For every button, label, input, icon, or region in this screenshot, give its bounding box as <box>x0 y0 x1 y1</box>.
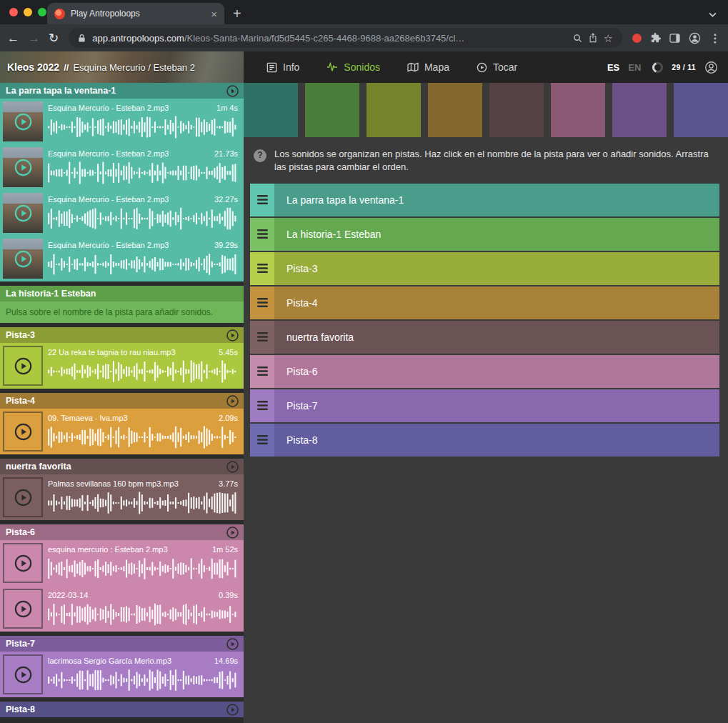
track-play-button[interactable] <box>226 637 239 651</box>
drag-handle[interactable] <box>250 424 274 457</box>
drag-handle[interactable] <box>250 286 274 319</box>
track-row[interactable]: La parra tapa la ventana-1 <box>250 184 719 216</box>
share-icon[interactable] <box>589 33 597 43</box>
clip-name: esquina mercurio : Esteban 2.mp3 <box>48 545 168 554</box>
clip-meta: esquina mercurio : Esteban 2.mp31m 52s <box>48 545 238 554</box>
drag-handle[interactable] <box>250 252 274 285</box>
zoom-window-button[interactable] <box>38 8 46 16</box>
browser-tab[interactable]: Play Antropoloops × <box>47 3 224 24</box>
lock-icon[interactable] <box>78 34 86 43</box>
sidebar-track-header[interactable]: nuertra favorita <box>0 459 244 474</box>
language-es-button[interactable]: ES <box>607 62 619 73</box>
clip-play-square[interactable] <box>3 589 43 629</box>
track-row[interactable]: Pista-7 <box>250 389 719 422</box>
track-row[interactable]: nuertra favorita <box>250 321 719 354</box>
sidebar-track-header[interactable]: Pista-6 <box>0 524 244 540</box>
sound-clip[interactable]: 09. Temaeva - Iva.mp32.09s <box>0 409 244 454</box>
tab-mapa[interactable]: Mapa <box>407 61 449 73</box>
track-play-button[interactable] <box>226 703 239 717</box>
clip-thumbnail[interactable] <box>3 147 43 187</box>
sound-clip[interactable]: Esquina Mercurio - Esteban 2.mp31m 4s <box>0 99 244 144</box>
sidebar-track-header[interactable]: La parra tapa la ventana-1 <box>0 83 244 99</box>
sound-clip[interactable]: Esquina Mercurio - Esteban 2.mp321.73s <box>0 144 244 190</box>
track-play-button[interactable] <box>226 526 239 539</box>
track-row[interactable]: La historia-1 Esteban <box>250 218 719 251</box>
language-en-button[interactable]: EN <box>628 62 641 73</box>
tab-info[interactable]: Info <box>266 61 299 73</box>
reload-button[interactable]: ↻ <box>49 32 59 44</box>
track-play-button[interactable] <box>226 460 239 474</box>
track-row[interactable]: Pista-4 <box>250 286 719 319</box>
sound-clip[interactable]: lacrimosa Sergio García Merlo.mp314.69s <box>0 652 244 697</box>
url-text[interactable]: app.antropoloops.com/Kleos-Santa-Marina/… <box>92 33 566 44</box>
side-panel-icon[interactable] <box>669 34 680 43</box>
track-play-button[interactable] <box>226 329 239 342</box>
play-circle-icon <box>477 62 487 73</box>
tab-search-chevron-icon[interactable] <box>709 12 717 17</box>
sidebar-track-header[interactable]: Pista-7 <box>0 636 244 652</box>
bookmark-star-icon[interactable]: ☆ <box>604 33 613 44</box>
back-button[interactable]: ← <box>7 32 19 44</box>
browser-tab-strip: Play Antropoloops × + <box>0 0 728 24</box>
clip-play-square[interactable] <box>3 654 43 694</box>
track-color-swatch[interactable] <box>551 83 605 137</box>
sound-clip[interactable]: Esquina Mercurio - Esteban 2.mp332.27s <box>0 190 244 236</box>
sidebar-track-header[interactable]: Pista-4 <box>0 393 244 409</box>
tab-sonidos[interactable]: Sonidos <box>326 61 380 73</box>
track-color-swatch[interactable] <box>489 83 544 137</box>
track-play-button[interactable] <box>226 84 239 98</box>
sound-clip[interactable]: Palmas sevillanas 160 bpm mp3.mp33.77s <box>0 474 244 520</box>
close-window-button[interactable] <box>9 8 18 16</box>
track-color-swatch[interactable] <box>428 83 482 137</box>
project-title-banner[interactable]: Kleos 2022//Esquina Mercurio / Esteban 2 <box>0 51 244 83</box>
sidebar-track-header[interactable]: Pista-8 <box>0 702 244 717</box>
track-color-swatch[interactable] <box>367 83 421 137</box>
track-row[interactable]: Pista-6 <box>250 355 719 388</box>
track-list: La parra tapa la ventana-1La historia-1 … <box>250 184 719 457</box>
drag-handle[interactable] <box>250 184 274 216</box>
track-color-swatch[interactable] <box>674 83 728 137</box>
drag-handle[interactable] <box>250 218 274 251</box>
info-icon <box>266 62 277 73</box>
extensions-puzzle-icon[interactable] <box>650 33 661 44</box>
sound-clip[interactable]: 2022-03-140.39s <box>0 586 244 632</box>
clip-play-square[interactable] <box>3 477 43 517</box>
sidebar-track: nuertra favoritaPalmas sevillanas 160 bp… <box>0 459 244 520</box>
address-bar[interactable]: app.antropoloops.com/Kleos-Santa-Marina/… <box>69 28 622 48</box>
sidebar-track-header[interactable]: Pista-3 <box>0 327 244 343</box>
track-name: Pista-8 <box>6 704 226 714</box>
page-title: Kleos 2022//Esquina Mercurio / Esteban 2 <box>7 61 195 73</box>
track-color-swatch[interactable] <box>244 83 298 137</box>
sound-clip[interactable]: Esquina Mercurio - Esteban 2.mp339.29s <box>0 236 244 281</box>
sound-clip[interactable]: 22 Ua reka te tagnia to rau niau.mp35.45… <box>0 343 244 389</box>
drag-handle[interactable] <box>250 321 274 354</box>
tab-tocar-label: Tocar <box>493 61 517 73</box>
account-icon[interactable] <box>704 61 718 74</box>
drag-handle[interactable] <box>250 389 274 422</box>
drag-handle[interactable] <box>250 355 274 388</box>
track-color-swatch[interactable] <box>305 83 359 137</box>
sidebar-track-header[interactable]: La historia-1 Esteban <box>0 286 244 301</box>
minimize-window-button[interactable] <box>24 8 32 16</box>
drag-icon <box>257 435 268 444</box>
tab-close-icon[interactable]: × <box>211 9 217 19</box>
recording-extension-icon[interactable] <box>632 34 642 43</box>
forward-button[interactable]: → <box>28 32 40 44</box>
new-tab-button[interactable]: + <box>233 6 241 21</box>
browser-profile-avatar[interactable] <box>689 32 701 44</box>
clip-thumbnail[interactable] <box>3 193 43 233</box>
clip-play-square[interactable] <box>3 412 43 452</box>
track-row[interactable]: Pista-8 <box>250 424 719 457</box>
zoom-icon[interactable] <box>573 34 582 43</box>
sound-clip[interactable]: esquina mercurio : Esteban 2.mp31m 52s <box>0 540 244 586</box>
clip-play-square[interactable] <box>3 346 43 386</box>
clip-play-square[interactable] <box>3 543 43 583</box>
track-play-button[interactable] <box>226 394 239 408</box>
track-row[interactable]: Pista-3 <box>250 252 719 285</box>
clip-thumbnail[interactable] <box>3 239 43 279</box>
tab-tocar[interactable]: Tocar <box>477 61 517 73</box>
clip-thumbnail[interactable] <box>3 101 43 141</box>
track-color-swatch[interactable] <box>612 83 667 137</box>
browser-menu-icon[interactable]: ⋮ <box>709 31 721 45</box>
drag-icon <box>257 367 268 376</box>
